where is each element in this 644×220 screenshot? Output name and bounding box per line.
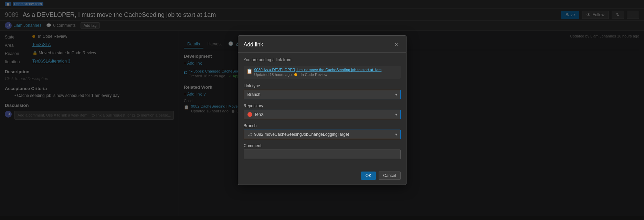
repo-icon	[247, 112, 252, 117]
modal-header: Add link ×	[238, 36, 406, 53]
modal-ok-button[interactable]: OK	[361, 172, 376, 180]
modal-title: Add link	[244, 42, 263, 48]
repository-label: Repository	[244, 103, 401, 108]
link-type-select[interactable]: Branch	[244, 90, 401, 99]
link-type-group: Link type Branch	[244, 84, 401, 99]
work-item-meta: Updated 18 hours ago, In Code Review	[254, 73, 382, 77]
modal-footer: OK Cancel	[238, 168, 406, 185]
repository-group: Repository TenX	[244, 103, 401, 119]
work-item-details: 9089 As a DEVELOPER, I must move the Cac…	[254, 68, 382, 77]
repository-select-wrapper: TenX	[244, 110, 401, 119]
branch-select-wrapper: ⎇ 9082.moveCacheSeedingJobChangeLoggingT…	[244, 130, 401, 139]
branch-group: Branch ⎇ 9082.moveCacheSeedingJobChangeL…	[244, 123, 401, 139]
branch-label: Branch	[244, 123, 401, 128]
work-item-reference: 📋 9089 As a DEVELOPER, I must move the C…	[244, 66, 401, 79]
branch-icon: ⎇	[247, 132, 252, 137]
modal-overlay: Add link × You are adding a link from: 📋…	[0, 0, 644, 220]
comment-label-modal: Comment	[244, 143, 401, 148]
repository-select[interactable]: TenX	[244, 110, 401, 119]
comment-group: Comment	[244, 143, 401, 159]
wi-state-dot	[294, 73, 297, 76]
work-item-icon: 📋	[246, 68, 252, 74]
modal-body: You are adding a link from: 📋 9089 As a …	[238, 53, 406, 168]
comment-field-modal[interactable]	[244, 150, 401, 159]
modal-close-button[interactable]: ×	[392, 41, 401, 49]
modal-cancel-button[interactable]: Cancel	[379, 172, 400, 180]
branch-select[interactable]: ⎇ 9082.moveCacheSeedingJobChangeLoggingT…	[244, 130, 401, 139]
work-item-title[interactable]: 9089 As a DEVELOPER, I must move the Cac…	[254, 68, 382, 72]
modal-description: You are adding a link from:	[244, 57, 401, 62]
add-link-modal: Add link × You are adding a link from: 📋…	[238, 35, 407, 185]
link-type-label: Link type	[244, 84, 401, 88]
link-type-select-wrapper: Branch	[244, 90, 401, 99]
